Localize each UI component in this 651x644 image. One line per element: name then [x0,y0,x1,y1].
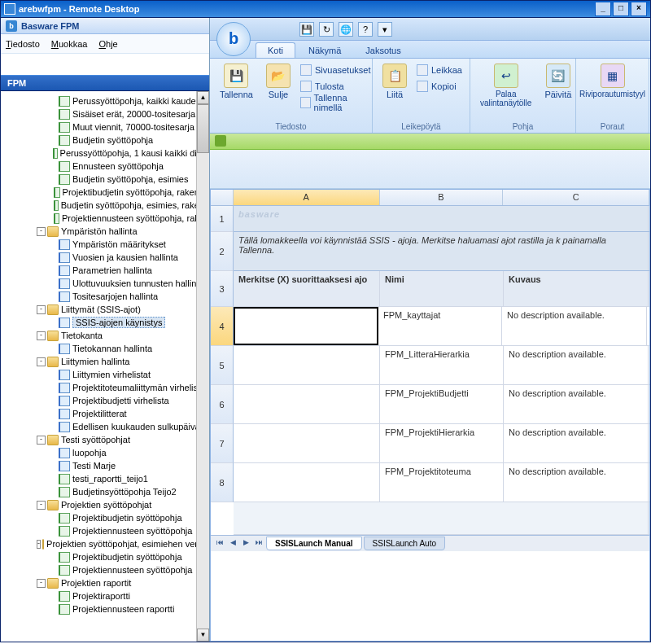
minimize-button[interactable]: _ [595,2,611,16]
expand-icon[interactable]: - [37,331,46,340]
sheet-tab-manual[interactable]: SSISLaunch Manual [266,537,362,550]
tree-item[interactable]: -Tietokanta [1,329,209,342]
expand-icon[interactable]: - [37,305,46,314]
col-header-b[interactable]: B [380,190,504,205]
tree-item[interactable]: -Projektien syöttöpohjat, esimiehen vers… [1,537,209,550]
cell-c8[interactable]: No description available. [504,463,649,502]
tree-item[interactable]: Projektibudjetti virhelista [1,394,209,407]
tree-item[interactable]: Tositesarjojen hallinta [1,290,209,303]
row-header[interactable]: 1 [211,206,234,232]
cell-b6[interactable]: FPM_ProjektiBudjetti [380,385,504,423]
col-header-a[interactable]: A [234,190,380,205]
tree-item[interactable]: Liittymien virhelistat [1,368,209,381]
help-icon[interactable]: ? [358,22,373,37]
tree-item[interactable]: Projektitoteumaliittymän virhelista [1,381,209,394]
tree-item[interactable]: -Liittymien hallinta [1,355,209,368]
liita-button[interactable]: 📋Liitä [376,62,413,129]
tree-item[interactable]: Ulottuvuuksien tunnusten hallinta [1,277,209,290]
cell-a5[interactable] [234,346,380,384]
sheet-next-icon[interactable]: ▶ [240,538,251,550]
refresh-icon[interactable]: ↻ [319,22,334,37]
sulje-button[interactable]: 📂Sulje [260,62,297,129]
menu-muokkaa[interactable]: Muokkaa [51,39,88,49]
tree-item[interactable]: Budjetin syöttöpohja, esimies, rakenn [1,199,209,212]
tree-view[interactable]: ▲ ▼ Perussyöttöpohja, kaikki kaudetSisäi… [1,91,209,642]
col-header-c[interactable]: C [503,190,649,205]
maximize-button[interactable]: □ [613,2,629,16]
tree-item[interactable]: Projektiennusteen raportti [1,602,209,616]
tree-item[interactable]: -Projektien syöttöpohjat [1,498,209,511]
cell-c5[interactable]: No description available. [504,346,649,384]
tree-item[interactable]: Projektibudjetin syöttöpohja, rakennu [1,186,209,199]
tree-item[interactable]: Budjetin syöttöpohja [1,134,209,147]
row-header[interactable]: 2 [211,232,234,271]
row-header[interactable]: 7 [211,424,234,463]
palaa-button[interactable]: ↩Palaa valintanäytölle [474,62,538,129]
row-header[interactable]: 3 [211,271,234,307]
qat-dropdown-icon[interactable]: ▾ [378,22,392,37]
tree-item[interactable]: Projektibudjetin syöttöpohja [1,550,209,563]
scroll-down-icon[interactable]: ▼ [197,629,209,642]
menu-ohje[interactable]: Ohje [98,39,117,49]
cell-a8[interactable] [234,463,380,502]
row-header[interactable]: 5 [211,346,234,385]
sheet-tab-auto[interactable]: SSISLaunch Auto [364,537,445,550]
scrollbar[interactable]: ▲ ▼ [196,91,209,642]
tree-item[interactable]: Ennusteen syöttöpohja [1,160,209,173]
cell-b4[interactable]: FPM_kayttajat [378,307,502,345]
tallenna-button[interactable]: 💾Tallenna [213,62,260,129]
row-header[interactable]: 8 [211,463,234,502]
tree-item[interactable]: Projektiennusteen syöttöpohja, raken [1,212,209,225]
expand-icon[interactable]: - [37,357,46,366]
cell-c7[interactable]: No description available. [504,424,649,462]
cell-b8[interactable]: FPM_Projektitoteuma [380,463,504,502]
row-header[interactable]: 4 [211,307,234,346]
tree-item[interactable]: Projektiennusteen syöttöpohja [1,563,209,576]
riviporautumis-button[interactable]: ▦Riviporautumistyyl [573,62,650,100]
menu-tiedosto[interactable]: Tiedosto [6,39,40,49]
expand-icon[interactable]: - [37,227,46,236]
tree-item[interactable]: Sisäiset erät, 20000-tositesarja [1,107,209,120]
tree-item[interactable]: SSIS-ajojen käynistys [1,316,209,329]
tree-item[interactable]: Edellisen kuukauden sulkupäivä [1,420,209,433]
tree-item[interactable]: Ympäristön määritykset [1,238,209,251]
tulosta-button[interactable]: Tulosta [297,78,374,94]
cell-a7[interactable] [234,424,380,462]
scroll-thumb[interactable] [197,104,209,153]
cell-c4[interactable]: No description available. [502,307,647,345]
row-header[interactable]: 6 [211,385,234,424]
sheet-first-icon[interactable]: ⏮ [214,538,225,550]
leikkaa-button[interactable]: Leikkaa [413,62,465,78]
tab-koti[interactable]: Koti [256,42,295,58]
close-button[interactable]: × [631,2,647,16]
save-icon[interactable]: 💾 [299,22,314,37]
kopioi-button[interactable]: Kopioi [413,78,465,94]
tree-item[interactable]: Budjetinsyöttöpohja Teijo2 [1,485,209,498]
tree-item[interactable]: Projektibudjetin syöttöpohja [1,511,209,524]
tree-item[interactable]: Vuosien ja kausien hallinta [1,251,209,264]
app-menu-button[interactable]: b [216,22,251,56]
tree-item[interactable]: luopohja [1,446,209,459]
cell-a4[interactable] [234,307,378,345]
tallenna-nimella-button[interactable]: Tallenna nimellä [297,94,374,111]
scroll-up-icon[interactable]: ▲ [197,91,209,104]
cell-b7[interactable]: FPM_ProjektiHierarkia [380,424,504,462]
tree-item[interactable]: Perussyöttöpohja, 1 kausi kaikki dime [1,147,209,160]
tree-item[interactable]: Projektilitterat [1,407,209,420]
cell-b5[interactable]: FPM_LitteraHierarkia [380,346,504,384]
expand-icon[interactable]: - [37,540,41,549]
sivuasetukset-button[interactable]: Sivuasetukset [297,62,374,78]
tree-item[interactable]: Projektiraportti [1,589,209,602]
spreadsheet[interactable]: A B C 1 2 3 4 5 6 7 8 basware Tällä loma… [210,189,650,642]
tab-jaksotus[interactable]: Jaksotus [354,43,412,58]
tree-item[interactable]: Muut viennit, 70000-tositesarja [1,120,209,134]
tree-item[interactable]: Projektiennusteen syöttöpohja [1,524,209,537]
tab-nakyma[interactable]: Näkymä [297,43,352,58]
sheet-prev-icon[interactable]: ◀ [227,538,238,550]
expand-icon[interactable]: - [37,501,46,510]
expand-icon[interactable]: - [37,436,46,445]
tree-item[interactable]: Testi Marje [1,459,209,472]
tree-item[interactable]: testi_raportti_teijo1 [1,472,209,485]
select-all-corner[interactable] [211,190,234,205]
tree-item[interactable]: -Testi syöttöpohjat [1,433,209,446]
